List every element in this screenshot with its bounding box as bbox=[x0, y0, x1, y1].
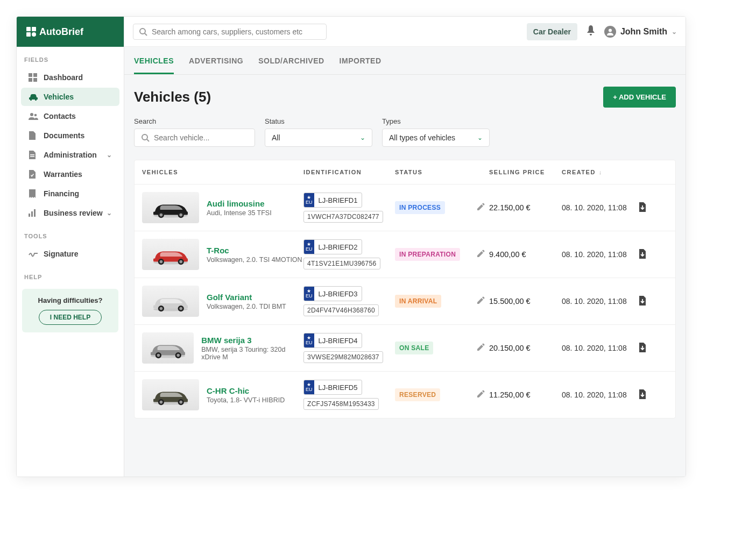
vehicle-name-link[interactable]: Audi limousine bbox=[207, 199, 272, 208]
vin-number: 1VWCH7A37DC082477 bbox=[303, 211, 383, 223]
filter-search-field[interactable] bbox=[134, 129, 255, 147]
svg-point-15 bbox=[140, 29, 145, 34]
vin-number: 4T1SV21E1MU396756 bbox=[303, 258, 380, 269]
eu-plate-icon: ★EU bbox=[304, 240, 314, 254]
nav-business-review[interactable]: Business review ⌄ bbox=[21, 204, 119, 222]
signature-icon bbox=[29, 251, 38, 257]
price-cell: 11.250,00 € bbox=[489, 390, 562, 399]
nav-contacts[interactable]: Contacts bbox=[21, 107, 119, 125]
filter-search-input[interactable] bbox=[154, 133, 248, 142]
eu-plate-icon: ★EU bbox=[304, 287, 314, 301]
vehicle-thumbnail bbox=[142, 192, 199, 223]
brand-name: AutoBrief bbox=[39, 26, 83, 38]
vehicle-subtitle: Volkswagen, 2.0. TSI 4MOTION bbox=[207, 256, 302, 264]
svg-point-37 bbox=[157, 354, 160, 357]
download-button[interactable] bbox=[629, 389, 656, 401]
search-icon bbox=[139, 27, 147, 36]
tab-imported[interactable]: IMPORTED bbox=[340, 47, 381, 74]
vehicle-name-link[interactable]: BMW serija 3 bbox=[201, 336, 303, 345]
vehicle-thumbnail bbox=[142, 332, 194, 364]
download-button[interactable] bbox=[629, 343, 656, 354]
th-vehicles: VEHICLES bbox=[142, 169, 303, 175]
vehicle-name-link[interactable]: Golf Variant bbox=[207, 293, 286, 302]
vin-number: 2D4FV47V46H368760 bbox=[303, 304, 379, 316]
svg-point-32 bbox=[160, 307, 163, 310]
download-button[interactable] bbox=[629, 296, 656, 307]
global-search-input[interactable] bbox=[152, 27, 321, 36]
vehicles-table: VEHICLES IDENTIFICATION STATUS SELLING P… bbox=[134, 160, 676, 418]
users-icon bbox=[29, 112, 38, 120]
status-badge: IN ARRIVAL bbox=[395, 295, 441, 308]
help-box: Having difficulties? I NEED HELP bbox=[22, 289, 118, 332]
created-cell: 08. 10. 2020, 11:08 bbox=[562, 390, 629, 399]
svg-point-42 bbox=[160, 401, 163, 404]
vehicle-name-link[interactable]: T-Roc bbox=[207, 246, 302, 255]
filter-types-select[interactable]: All types of vehicles ⌄ bbox=[382, 129, 490, 147]
document-icon bbox=[29, 131, 38, 140]
nav-vehicles[interactable]: Vehicles bbox=[21, 88, 119, 106]
chevron-down-icon: ⌄ bbox=[107, 151, 112, 159]
help-button[interactable]: I NEED HELP bbox=[39, 310, 102, 325]
status-cell: RESERVED bbox=[395, 388, 489, 401]
filter-status-label: Status bbox=[265, 117, 372, 125]
download-button[interactable] bbox=[629, 202, 656, 214]
help-title: Having difficulties? bbox=[27, 296, 113, 304]
edit-status-button[interactable] bbox=[476, 343, 485, 353]
svg-rect-10 bbox=[30, 154, 34, 155]
edit-status-button[interactable] bbox=[476, 250, 485, 260]
page-header: Vehicles (5) + ADD VEHICLE bbox=[124, 75, 686, 112]
global-search[interactable] bbox=[133, 24, 327, 40]
eu-plate-icon: ★EU bbox=[304, 333, 314, 347]
pencil-icon bbox=[476, 343, 485, 352]
price-cell: 22.150,00 € bbox=[489, 203, 562, 212]
identification-cell: ★EU LJ-BRIEFD2 4T1SV21E1MU396756 bbox=[303, 239, 395, 269]
nav-warranties[interactable]: Warranties bbox=[21, 165, 119, 183]
edit-status-button[interactable] bbox=[476, 296, 485, 307]
user-menu[interactable]: John Smith ⌄ bbox=[604, 26, 677, 38]
svg-line-19 bbox=[147, 139, 149, 141]
tab-advertising[interactable]: ADVERTISING bbox=[189, 47, 243, 74]
notifications-button[interactable] bbox=[586, 25, 596, 38]
edit-status-button[interactable] bbox=[476, 203, 485, 213]
filter-status-select[interactable]: All ⌄ bbox=[265, 129, 372, 147]
filter-types-label: Types bbox=[382, 117, 490, 125]
vehicle-name-link[interactable]: C-HR C-hic bbox=[207, 386, 285, 395]
section-help-label: HELP bbox=[17, 264, 124, 286]
table-row: Golf Variant Volkswagen, 2.0. TDI BMT ★E… bbox=[135, 278, 675, 325]
plate-text: LJ-BRIEFD3 bbox=[314, 288, 362, 300]
table-row: C-HR C-hic Toyota, 1.8- VVT-i HIBRID ★EU… bbox=[135, 372, 675, 418]
svg-point-18 bbox=[142, 134, 147, 140]
created-cell: 08. 10. 2020, 11:08 bbox=[562, 203, 629, 212]
nav-label: Business review bbox=[44, 209, 103, 217]
table-header: VEHICLES IDENTIFICATION STATUS SELLING P… bbox=[135, 160, 675, 184]
tab-bar: VEHICLES ADVERTISING SOLD/ARCHIVED IMPOR… bbox=[124, 47, 686, 75]
nav-label: Warranties bbox=[44, 170, 82, 179]
plate-text: LJ-BRIEFD2 bbox=[314, 242, 362, 253]
nav-documents[interactable]: Documents bbox=[21, 126, 119, 145]
nav-dashboard[interactable]: Dashboard bbox=[21, 68, 119, 87]
svg-point-9 bbox=[34, 114, 37, 117]
svg-rect-0 bbox=[26, 27, 31, 31]
svg-rect-5 bbox=[33, 73, 37, 77]
file-download-icon bbox=[639, 389, 646, 399]
nav-financing[interactable]: Financing bbox=[21, 184, 119, 203]
th-created[interactable]: CREATED ↓ bbox=[562, 169, 629, 175]
vehicle-subtitle: Audi, Intense 35 TFSI bbox=[207, 209, 272, 217]
identification-cell: ★EU LJ-BRIEFD4 3VWSE29M82M028637 bbox=[303, 333, 395, 363]
filter-search: Search bbox=[134, 117, 255, 147]
download-button[interactable] bbox=[629, 249, 656, 260]
grid-icon bbox=[29, 73, 38, 82]
vehicle-cell: BMW serija 3 BMW, serija 3 Touring: 320d… bbox=[142, 332, 303, 364]
add-vehicle-button[interactable]: + ADD VEHICLE bbox=[603, 87, 676, 108]
tab-sold-archived[interactable]: SOLD/ARCHIVED bbox=[258, 47, 324, 74]
nav-administration[interactable]: Administration ⌄ bbox=[21, 146, 119, 164]
license-plate: ★EU LJ-BRIEFD2 bbox=[303, 239, 362, 254]
section-fields-label: FIELDS bbox=[17, 47, 124, 68]
nav-signature[interactable]: Signature bbox=[21, 245, 119, 263]
nav-label: Administration bbox=[44, 151, 97, 159]
tab-vehicles[interactable]: VEHICLES bbox=[134, 47, 174, 74]
edit-status-button[interactable] bbox=[476, 390, 485, 400]
section-tools-label: TOOLS bbox=[17, 223, 124, 245]
pencil-icon bbox=[476, 203, 485, 211]
identification-cell: ★EU LJ-BRIEFD3 2D4FV47V46H368760 bbox=[303, 286, 395, 316]
